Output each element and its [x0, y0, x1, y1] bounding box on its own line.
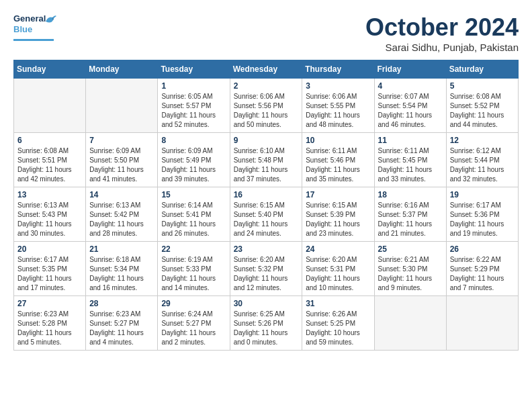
day-info: Sunrise: 6:13 AMSunset: 5:43 PMDaylight:…	[17, 201, 82, 238]
day-info: Sunrise: 6:10 AMSunset: 5:48 PMDaylight:…	[234, 146, 299, 184]
day-number: 1	[161, 81, 226, 91]
calendar-cell: 30Sunrise: 6:25 AMSunset: 5:26 PMDayligh…	[230, 296, 302, 351]
day-info: Sunrise: 6:09 AMSunset: 5:50 PMDaylight:…	[89, 146, 154, 184]
calendar-cell: 2Sunrise: 6:06 AMSunset: 5:56 PMDaylight…	[230, 79, 302, 133]
calendar-cell: 16Sunrise: 6:15 AMSunset: 5:40 PMDayligh…	[230, 187, 302, 242]
day-number: 22	[161, 244, 226, 254]
day-info: Sunrise: 6:15 AMSunset: 5:39 PMDaylight:…	[306, 201, 370, 238]
day-info: Sunrise: 6:11 AMSunset: 5:45 PMDaylight:…	[378, 146, 443, 184]
day-info: Sunrise: 6:17 AMSunset: 5:36 PMDaylight:…	[450, 201, 515, 238]
day-info: Sunrise: 6:26 AMSunset: 5:25 PMDaylight:…	[306, 310, 370, 347]
calendar-cell: 1Sunrise: 6:05 AMSunset: 5:57 PMDaylight…	[158, 79, 230, 133]
day-info: Sunrise: 6:12 AMSunset: 5:44 PMDaylight:…	[450, 146, 515, 184]
day-number: 5	[450, 81, 515, 91]
calendar-cell: 9Sunrise: 6:10 AMSunset: 5:48 PMDaylight…	[230, 133, 302, 187]
calendar-cell: 29Sunrise: 6:24 AMSunset: 5:27 PMDayligh…	[158, 296, 230, 351]
day-number: 17	[306, 190, 370, 199]
day-number: 11	[378, 136, 443, 145]
month-title: October 2024	[365, 13, 519, 42]
day-info: Sunrise: 6:22 AMSunset: 5:29 PMDaylight:…	[450, 255, 515, 293]
day-number: 29	[161, 299, 226, 308]
calendar-cell: 14Sunrise: 6:13 AMSunset: 5:42 PMDayligh…	[86, 187, 158, 242]
logo: General Blue	[13, 13, 54, 41]
calendar-cell: 23Sunrise: 6:20 AMSunset: 5:32 PMDayligh…	[230, 242, 302, 296]
calendar-cell	[86, 79, 158, 133]
page-header: General Blue October 2024 Sarai Sidhu, P…	[13, 13, 519, 53]
day-number: 4	[378, 81, 443, 91]
day-number: 19	[450, 190, 515, 199]
title-block: October 2024 Sarai Sidhu, Punjab, Pakist…	[365, 13, 519, 53]
day-info: Sunrise: 6:08 AMSunset: 5:51 PMDaylight:…	[17, 146, 82, 184]
day-info: Sunrise: 6:09 AMSunset: 5:49 PMDaylight:…	[161, 146, 226, 184]
calendar-cell: 22Sunrise: 6:19 AMSunset: 5:33 PMDayligh…	[158, 242, 230, 296]
calendar-cell	[374, 296, 446, 351]
calendar-cell: 18Sunrise: 6:16 AMSunset: 5:37 PMDayligh…	[374, 187, 446, 242]
calendar-week-row: 13Sunrise: 6:13 AMSunset: 5:43 PMDayligh…	[14, 187, 519, 242]
calendar-cell: 10Sunrise: 6:11 AMSunset: 5:46 PMDayligh…	[302, 133, 374, 187]
day-number: 23	[234, 244, 299, 254]
day-number: 13	[17, 190, 82, 199]
logo-general: General	[13, 13, 46, 24]
day-info: Sunrise: 6:15 AMSunset: 5:40 PMDaylight:…	[234, 201, 299, 238]
day-info: Sunrise: 6:05 AMSunset: 5:57 PMDaylight:…	[161, 92, 226, 130]
logo-bird-icon	[43, 12, 58, 27]
day-info: Sunrise: 6:23 AMSunset: 5:28 PMDaylight:…	[17, 310, 82, 347]
weekday-header-sunday: Sunday	[14, 60, 86, 79]
day-number: 24	[306, 244, 370, 254]
day-number: 7	[89, 136, 154, 145]
weekday-header-friday: Friday	[374, 60, 446, 79]
day-number: 8	[161, 136, 226, 145]
day-info: Sunrise: 6:16 AMSunset: 5:37 PMDaylight:…	[378, 201, 443, 238]
calendar-cell: 26Sunrise: 6:22 AMSunset: 5:29 PMDayligh…	[446, 242, 518, 296]
calendar-cell: 15Sunrise: 6:14 AMSunset: 5:41 PMDayligh…	[158, 187, 230, 242]
weekday-header-monday: Monday	[86, 60, 158, 79]
calendar-cell: 5Sunrise: 6:08 AMSunset: 5:52 PMDaylight…	[446, 79, 518, 133]
day-info: Sunrise: 6:07 AMSunset: 5:54 PMDaylight:…	[378, 92, 443, 130]
day-number: 12	[450, 136, 515, 145]
day-number: 16	[234, 190, 299, 199]
day-info: Sunrise: 6:21 AMSunset: 5:30 PMDaylight:…	[378, 255, 443, 293]
calendar-cell: 27Sunrise: 6:23 AMSunset: 5:28 PMDayligh…	[14, 296, 86, 351]
calendar-cell: 6Sunrise: 6:08 AMSunset: 5:51 PMDaylight…	[14, 133, 86, 187]
day-number: 14	[89, 190, 154, 199]
calendar-cell: 7Sunrise: 6:09 AMSunset: 5:50 PMDaylight…	[86, 133, 158, 187]
calendar-cell	[14, 79, 86, 133]
day-number: 15	[161, 190, 226, 199]
calendar-cell: 24Sunrise: 6:20 AMSunset: 5:31 PMDayligh…	[302, 242, 374, 296]
day-number: 31	[306, 299, 370, 308]
weekday-header-thursday: Thursday	[302, 60, 374, 79]
calendar-cell: 19Sunrise: 6:17 AMSunset: 5:36 PMDayligh…	[446, 187, 518, 242]
weekday-header-row: SundayMondayTuesdayWednesdayThursdayFrid…	[14, 60, 519, 79]
day-info: Sunrise: 6:20 AMSunset: 5:32 PMDaylight:…	[234, 255, 299, 293]
day-number: 18	[378, 190, 443, 199]
day-number: 3	[306, 81, 370, 91]
location-subtitle: Sarai Sidhu, Punjab, Pakistan	[365, 42, 519, 53]
day-number: 21	[89, 244, 154, 254]
day-info: Sunrise: 6:19 AMSunset: 5:33 PMDaylight:…	[161, 255, 226, 293]
calendar-cell: 8Sunrise: 6:09 AMSunset: 5:49 PMDaylight…	[158, 133, 230, 187]
day-info: Sunrise: 6:20 AMSunset: 5:31 PMDaylight:…	[306, 255, 370, 293]
calendar-cell: 3Sunrise: 6:06 AMSunset: 5:55 PMDaylight…	[302, 79, 374, 133]
calendar-week-row: 27Sunrise: 6:23 AMSunset: 5:28 PMDayligh…	[14, 296, 519, 351]
day-info: Sunrise: 6:18 AMSunset: 5:34 PMDaylight:…	[89, 255, 154, 293]
logo-blue: Blue	[13, 24, 32, 34]
day-info: Sunrise: 6:23 AMSunset: 5:27 PMDaylight:…	[89, 310, 154, 347]
day-number: 28	[89, 299, 154, 308]
calendar-week-row: 20Sunrise: 6:17 AMSunset: 5:35 PMDayligh…	[14, 242, 519, 296]
day-number: 10	[306, 136, 370, 145]
day-info: Sunrise: 6:13 AMSunset: 5:42 PMDaylight:…	[89, 201, 154, 238]
calendar-cell: 21Sunrise: 6:18 AMSunset: 5:34 PMDayligh…	[86, 242, 158, 296]
calendar-week-row: 1Sunrise: 6:05 AMSunset: 5:57 PMDaylight…	[14, 79, 519, 133]
day-number: 20	[17, 244, 82, 254]
calendar-cell: 25Sunrise: 6:21 AMSunset: 5:30 PMDayligh…	[374, 242, 446, 296]
calendar-table: SundayMondayTuesdayWednesdayThursdayFrid…	[13, 60, 519, 351]
day-info: Sunrise: 6:24 AMSunset: 5:27 PMDaylight:…	[161, 310, 226, 347]
calendar-cell: 13Sunrise: 6:13 AMSunset: 5:43 PMDayligh…	[14, 187, 86, 242]
calendar-cell: 11Sunrise: 6:11 AMSunset: 5:45 PMDayligh…	[374, 133, 446, 187]
calendar-cell	[446, 296, 518, 351]
day-number: 27	[17, 299, 82, 308]
weekday-header-tuesday: Tuesday	[158, 60, 230, 79]
day-number: 26	[450, 244, 515, 254]
calendar-cell: 17Sunrise: 6:15 AMSunset: 5:39 PMDayligh…	[302, 187, 374, 242]
calendar-cell: 12Sunrise: 6:12 AMSunset: 5:44 PMDayligh…	[446, 133, 518, 187]
